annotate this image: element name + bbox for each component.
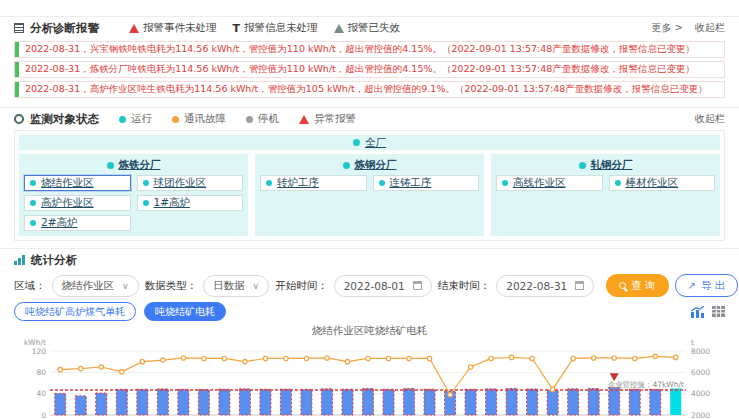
region-value: 烧结作业区 — [62, 279, 115, 293]
monitor-area-item[interactable]: 棒材作业区 — [609, 175, 716, 191]
stats-panel-header: 统计分析 — [0, 249, 739, 271]
svg-text:2000: 2000 — [691, 411, 710, 419]
metric-tab[interactable]: 吨烧结矿电耗 — [144, 302, 226, 321]
alarm-list: 2022-08-31，兴宝钢铁吨铁电耗为114.56 kWh/t，管控值为110… — [0, 39, 739, 107]
svg-text:8000: 8000 — [691, 347, 710, 356]
plant-group-header[interactable]: 轧钢分厂 — [496, 158, 715, 172]
alarm-filter-label: 报警已失效 — [348, 21, 401, 35]
running-status-dot — [143, 180, 149, 186]
status-legend-label: 异常报警 — [314, 112, 356, 126]
running-status-dot — [502, 180, 508, 186]
running-status-dot — [615, 180, 621, 186]
export-button[interactable]: ↗ 导 出 — [675, 274, 739, 297]
running-status-dot — [30, 180, 36, 186]
running-status-dot — [379, 180, 385, 186]
stats-panel: 统计分析 区域： 烧结作业区 ∨ 数据类型： 日数据 ∨ 开始时间： 2022-… — [0, 248, 739, 419]
status-legend-item: 通讯故障 — [172, 112, 226, 126]
status-panel-title: 监测对象状态 — [30, 112, 99, 127]
monitor-area-item[interactable]: 球团作业区 — [137, 175, 244, 191]
plant-group-header[interactable]: 炼钢分厂 — [260, 158, 479, 172]
status-legend-label: 运行 — [131, 112, 152, 126]
plant-group: 炼铁分厂 烧结作业区 球团作业区 高炉作业区 1#高炉 2#高炉 — [19, 154, 248, 236]
monitor-area-item[interactable]: 高炉作业区 — [24, 195, 131, 211]
monitor-area-label: 球团作业区 — [154, 176, 207, 190]
datatype-select[interactable]: 日数据 ∨ — [203, 275, 269, 297]
monitor-area-label: 烧结作业区 — [41, 176, 94, 190]
start-date-input[interactable]: 2022-08-01 — [334, 275, 432, 297]
monitor-area-item[interactable]: 1#高炉 — [137, 195, 244, 211]
datatype-value: 日数据 — [213, 279, 245, 293]
status-header-links: 收起栏 — [695, 112, 725, 126]
region-select[interactable]: 烧结作业区 ∨ — [52, 275, 139, 297]
plant-group-label[interactable]: 炼钢分厂 — [355, 158, 397, 172]
alarm-message-row[interactable]: 2022-08-31，高炉作业区吨生铁电耗为114.56 kWh/t，管控值为1… — [14, 81, 725, 98]
running-status-dot — [107, 162, 114, 169]
statistics-chart[interactable]: 040801202000400060008000kWh/tt企业管控值：47kW… — [14, 337, 725, 419]
alarm-filter-label: 报警信息未处理 — [244, 21, 318, 35]
chevron-down-icon: ∨ — [122, 281, 129, 291]
more-link[interactable]: 更多 > — [651, 21, 683, 35]
alarm-filter-item[interactable]: 报警已失效 — [334, 21, 401, 35]
alarm-filter-icon: T — [233, 22, 241, 35]
monitor-area-label: 连铸工序 — [390, 176, 432, 190]
svg-text:80: 80 — [36, 368, 46, 377]
query-button[interactable]: 查 询 — [606, 274, 668, 297]
running-status-dot — [579, 162, 586, 169]
chart-title: 烧结作业区吨烧结矿电耗 — [14, 323, 725, 337]
running-status-dot — [30, 200, 36, 206]
end-date-input[interactable]: 2022-08-31 — [496, 275, 594, 297]
plant-group-label[interactable]: 炼铁分厂 — [119, 158, 161, 172]
plant-groups: 炼铁分厂 烧结作业区 球团作业区 高炉作业区 1#高炉 2#高炉 炼钢分厂 转炉… — [19, 154, 720, 236]
svg-text:4000: 4000 — [691, 389, 710, 398]
chart-block: 烧结作业区吨烧结矿电耗 040801202000400060008000kWh/… — [14, 323, 725, 419]
running-status-dot — [30, 220, 36, 226]
plant-group-label[interactable]: 轧钢分厂 — [591, 158, 633, 172]
monitor-area-item[interactable]: 烧结作业区 — [24, 175, 131, 191]
status-panel: 监测对象状态 运行 通讯故障 停机 异常报警 收起栏 全厂 炼铁分厂 烧结作 — [0, 107, 739, 241]
monitor-area-item[interactable]: 连铸工序 — [373, 175, 480, 191]
running-status-dot — [143, 200, 149, 206]
status-legend-icon — [119, 116, 126, 123]
table-view-icon[interactable] — [712, 306, 725, 317]
status-legend-item: 异常报警 — [299, 112, 356, 126]
svg-text:t: t — [691, 338, 694, 347]
calendar-icon — [575, 281, 584, 290]
plant-group-header[interactable]: 炼铁分厂 — [24, 158, 243, 172]
status-panel-header: 监测对象状态 运行 通讯故障 停机 异常报警 收起栏 — [0, 108, 739, 130]
plant-group-items: 转炉工序 连铸工序 — [260, 175, 479, 191]
chart-view-icon[interactable] — [691, 306, 705, 318]
alarm-message-row[interactable]: 2022-08-31，兴宝钢铁吨铁电耗为114.56 kWh/t，管控值为110… — [14, 41, 725, 58]
alarm-filter-icon — [129, 24, 139, 33]
metric-tab[interactable]: 吨烧结矿高炉煤气单耗 — [14, 302, 136, 321]
view-toggles — [691, 306, 725, 318]
alarm-panel: 分析诊断报警 报警事件未处理 T 报警信息未处理 报警已失效 更多 > 收起栏 … — [0, 16, 739, 107]
plant-root-label[interactable]: 全厂 — [365, 136, 386, 150]
svg-text:企业管控值：47kWh/t: 企业管控值：47kWh/t — [607, 380, 684, 389]
alarm-filter-item[interactable]: 报警事件未处理 — [129, 21, 217, 35]
monitor-area-label: 转炉工序 — [277, 176, 319, 190]
monitor-area-item[interactable]: 2#高炉 — [24, 215, 131, 231]
plant-root-node[interactable]: 全厂 — [19, 135, 720, 150]
monitor-area-label: 高线作业区 — [513, 176, 566, 190]
end-date-value: 2022-08-31 — [506, 280, 567, 292]
alarm-header-links: 更多 > 收起栏 — [651, 21, 725, 35]
monitor-area-item[interactable]: 高线作业区 — [496, 175, 603, 191]
alarm-filter-item[interactable]: T 报警信息未处理 — [233, 21, 318, 35]
svg-text:6000: 6000 — [691, 368, 710, 377]
alarm-filter-icon — [334, 24, 344, 33]
status-legend-icon — [172, 116, 179, 123]
plant-group-items: 烧结作业区 球团作业区 高炉作业区 1#高炉 2#高炉 — [24, 175, 243, 231]
running-status-dot — [343, 162, 350, 169]
svg-text:40: 40 — [36, 389, 46, 398]
monitor-area-item[interactable]: 转炉工序 — [260, 175, 367, 191]
status-collapse-link[interactable]: 收起栏 — [695, 112, 725, 126]
query-button-label: 查 询 — [631, 279, 655, 293]
start-date-value: 2022-08-01 — [344, 280, 405, 292]
monitor-area-label: 1#高炉 — [154, 196, 190, 210]
alarm-panel-header: 分析诊断报警 报警事件未处理 T 报警信息未处理 报警已失效 更多 > 收起栏 — [0, 17, 739, 39]
collapse-bar-link[interactable]: 收起栏 — [695, 21, 725, 35]
alarm-message-row[interactable]: 2022-08-31，炼铁分厂吨铁电耗为114.56 kWh/t，管控值为110… — [14, 61, 725, 78]
alarm-panel-title: 分析诊断报警 — [30, 21, 99, 36]
status-icon — [14, 114, 24, 124]
alarm-message-text: 2022-08-31，兴宝钢铁吨铁电耗为114.56 kWh/t，管控值为110… — [25, 43, 695, 54]
